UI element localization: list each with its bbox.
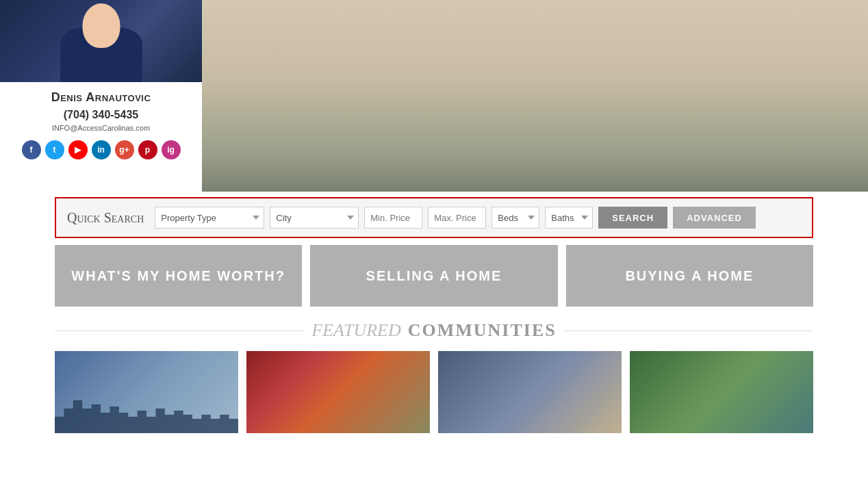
community-card-2[interactable] (246, 351, 430, 433)
community-card-3[interactable] (438, 351, 622, 433)
beds-select[interactable]: Beds 1+ 2+ 3+ 4+ 5+ (492, 207, 539, 229)
title-divider-left (55, 331, 305, 331)
home-worth-button[interactable]: WHAT'S MY HOME WORTH? (55, 245, 302, 307)
featured-title-bold: COMMUNITIES (408, 320, 557, 341)
google-icon[interactable]: g+ (115, 140, 134, 159)
featured-title-light: FEATURED (311, 320, 400, 341)
hero-section: Denis Arnautovic (704) 340-5435 INFO@Acc… (0, 0, 868, 192)
selling-button[interactable]: SELLING A HOME (310, 245, 557, 307)
linkedin-icon[interactable]: in (92, 140, 111, 159)
youtube-icon[interactable]: ▶ (68, 140, 88, 159)
advanced-button[interactable]: ADVANCED (673, 207, 756, 229)
agent-phone[interactable]: (704) 340-5435 (10, 109, 192, 121)
hero-house-image (202, 0, 868, 192)
agent-photo (0, 0, 202, 82)
quick-search-label: Quick Search (67, 210, 144, 226)
search-button[interactable]: SEARCH (598, 207, 667, 229)
agent-name: Denis Arnautovic (10, 90, 192, 105)
social-icons-bar: f t ▶ in g+ p ig (10, 140, 192, 159)
quick-search-bar: Quick Search Property Type Single Family… (55, 197, 813, 238)
action-buttons-row: WHAT'S MY HOME WORTH? SELLING A HOME BUY… (55, 245, 813, 307)
city-select[interactable]: City Charlotte Raleigh Durham (270, 207, 359, 229)
max-price-input[interactable] (428, 207, 486, 229)
agent-email[interactable]: INFO@AccessCarolinas.com (10, 124, 192, 132)
property-type-select[interactable]: Property Type Single Family Condo Townho… (155, 207, 264, 229)
min-price-input[interactable] (364, 207, 422, 229)
agent-head (82, 3, 120, 48)
title-divider-right (563, 331, 813, 331)
community-grid (55, 351, 813, 433)
community-card-4[interactable] (630, 351, 813, 433)
baths-select[interactable]: Baths 1+ 2+ 3+ 4+ (545, 207, 593, 229)
facebook-icon[interactable]: f (22, 140, 41, 159)
pinterest-icon[interactable]: p (138, 140, 157, 159)
community-card-1[interactable] (55, 351, 238, 433)
instagram-icon[interactable]: ig (162, 140, 181, 159)
featured-communities-section: FEATURED COMMUNITIES (55, 320, 813, 433)
twitter-icon[interactable]: t (45, 140, 64, 159)
agent-info: Denis Arnautovic (704) 340-5435 INFO@Acc… (0, 82, 202, 168)
agent-card: Denis Arnautovic (704) 340-5435 INFO@Acc… (0, 0, 202, 192)
featured-title: FEATURED COMMUNITIES (55, 320, 813, 341)
buying-button[interactable]: BUYING A HOME (566, 245, 813, 307)
